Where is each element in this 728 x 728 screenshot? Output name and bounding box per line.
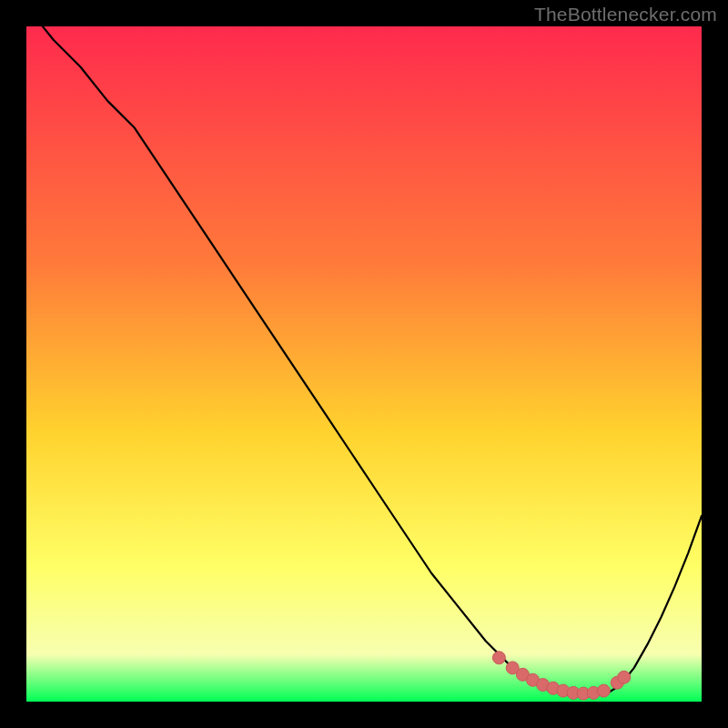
gradient-background — [26, 26, 702, 702]
bottleneck-chart — [26, 26, 702, 702]
plot-area — [26, 26, 702, 702]
optimal-marker — [492, 652, 505, 664]
optimal-marker — [597, 684, 610, 697]
watermark-text: TheBottlenecker.com — [534, 4, 717, 25]
optimal-marker — [618, 671, 631, 683]
chart-frame: TheBottlenecker.com — [0, 0, 728, 728]
